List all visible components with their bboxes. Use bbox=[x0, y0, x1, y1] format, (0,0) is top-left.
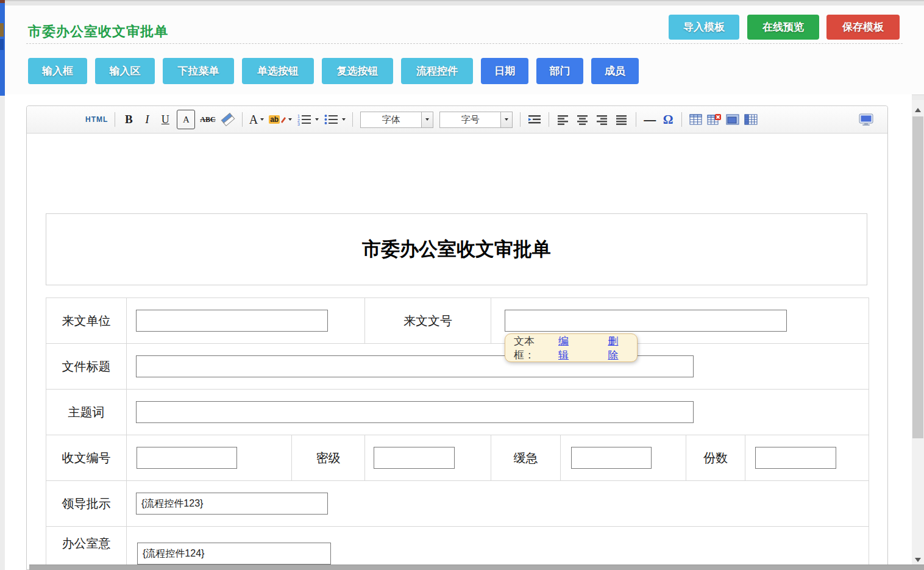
online-preview-button[interactable]: 在线预览 bbox=[747, 15, 819, 40]
table-row: 来文单位 来文文号 bbox=[46, 298, 869, 344]
receipt-number-input[interactable] bbox=[137, 447, 237, 469]
fullscreen-button[interactable] bbox=[858, 110, 874, 129]
special-char-button[interactable]: Ω bbox=[661, 110, 675, 129]
scroll-up-button[interactable] bbox=[912, 104, 924, 116]
cell-properties-icon bbox=[726, 114, 739, 125]
field-label: 文件标题 bbox=[46, 344, 127, 390]
subject-word-input[interactable] bbox=[136, 401, 694, 423]
scroll-down-button[interactable] bbox=[912, 554, 924, 566]
vertical-scrollbar[interactable] bbox=[912, 100, 924, 570]
align-center-button[interactable] bbox=[575, 110, 590, 129]
chevron-down-icon bbox=[342, 118, 346, 121]
ordered-list-icon: 123 bbox=[297, 113, 313, 126]
scroll-thumb[interactable] bbox=[912, 116, 923, 438]
incoming-unit-input[interactable] bbox=[136, 310, 328, 332]
widget-button-input-box[interactable]: 输入框 bbox=[28, 58, 87, 84]
insert-table-icon bbox=[689, 114, 702, 125]
toolbar-separator bbox=[352, 112, 353, 127]
widget-button-date[interactable]: 日期 bbox=[481, 58, 528, 84]
align-justify-icon bbox=[614, 114, 629, 125]
toolbar-separator bbox=[681, 112, 682, 127]
fullscreen-icon bbox=[858, 113, 874, 126]
font-family-select[interactable]: 字体 bbox=[360, 112, 433, 128]
font-frame-button[interactable]: A bbox=[177, 110, 195, 129]
widget-button-flow-control[interactable]: 流程控件 bbox=[401, 58, 473, 84]
horizontal-rule-button[interactable]: — bbox=[643, 110, 656, 129]
align-left-icon bbox=[556, 114, 570, 125]
secrecy-level-input[interactable] bbox=[374, 447, 455, 469]
strikethrough-button[interactable]: ABC bbox=[200, 110, 215, 129]
chevron-down-icon bbox=[315, 118, 319, 121]
office-opinion-input[interactable] bbox=[137, 543, 331, 565]
font-size-select[interactable]: 字号 bbox=[439, 112, 513, 128]
page-title: 市委办公室收文审批单 bbox=[28, 23, 168, 41]
align-justify-button[interactable] bbox=[614, 110, 629, 129]
table-row: 领导批示 bbox=[46, 481, 869, 527]
control-tooltip: 文本框： 编辑 删除 bbox=[505, 333, 638, 362]
leader-comment-input[interactable] bbox=[136, 493, 328, 515]
toolbar-separator bbox=[115, 112, 115, 127]
incoming-doc-number-input[interactable] bbox=[505, 310, 787, 332]
text-color-button[interactable]: A bbox=[249, 110, 264, 129]
field-label: 密级 bbox=[292, 435, 365, 481]
widget-button-dropdown-menu[interactable]: 下拉菜单 bbox=[163, 58, 234, 84]
align-right-icon bbox=[595, 114, 609, 125]
scroll-up-icon bbox=[915, 108, 921, 112]
insert-table-button[interactable] bbox=[689, 110, 702, 129]
header-panel: 市委办公室收文审批单 导入模板 在线预览 保存模板 输入框 输入区 下拉菜单 单… bbox=[5, 5, 924, 95]
urgency-input[interactable] bbox=[571, 447, 652, 469]
widget-button-checkbox[interactable]: 复选按钮 bbox=[322, 58, 393, 84]
font-size-dropdown-button[interactable] bbox=[500, 112, 512, 127]
bold-button[interactable]: B bbox=[122, 110, 135, 129]
scroll-down-icon bbox=[915, 558, 921, 562]
copies-input[interactable] bbox=[755, 447, 836, 469]
toolbar-separator bbox=[549, 112, 549, 127]
indent-button[interactable] bbox=[527, 110, 542, 129]
table-properties-button[interactable] bbox=[744, 110, 758, 129]
chevron-down-icon bbox=[260, 118, 264, 121]
eraser-icon bbox=[221, 113, 235, 126]
widget-button-member[interactable]: 成员 bbox=[591, 58, 639, 84]
rich-text-editor: HTML B I U A ABC A ab 123 字体 bbox=[26, 105, 888, 570]
html-source-button[interactable]: HTML bbox=[85, 110, 108, 129]
widget-button-radio[interactable]: 单选按钮 bbox=[242, 58, 314, 84]
chevron-down-icon bbox=[425, 118, 429, 121]
field-label: 来文单位 bbox=[46, 298, 127, 344]
document-title-box: 市委办公室收文审批单 bbox=[46, 213, 867, 285]
edit-link[interactable]: 编辑 bbox=[558, 334, 579, 362]
table-row: 主题词 bbox=[46, 390, 869, 435]
eraser-button[interactable] bbox=[221, 110, 235, 129]
toolbar-separator bbox=[636, 112, 636, 127]
editor-toolbar: HTML B I U A ABC A ab 123 字体 bbox=[27, 106, 887, 134]
delete-link[interactable]: 删除 bbox=[608, 334, 629, 362]
toolbar-separator bbox=[520, 112, 521, 127]
italic-button[interactable]: I bbox=[140, 110, 154, 129]
widget-button-department[interactable]: 部门 bbox=[536, 58, 583, 84]
svg-text:3: 3 bbox=[297, 122, 300, 126]
field-label: 份数 bbox=[686, 435, 745, 481]
bottom-scrollbar[interactable] bbox=[29, 565, 924, 570]
save-template-button[interactable]: 保存模板 bbox=[826, 15, 900, 40]
underline-button[interactable]: U bbox=[158, 110, 172, 129]
field-label: 缓急 bbox=[491, 435, 561, 481]
field-label: 收文编号 bbox=[46, 435, 127, 481]
align-left-button[interactable] bbox=[556, 110, 570, 129]
field-label: 领导批示 bbox=[46, 481, 127, 527]
highlight-button[interactable]: ab bbox=[269, 110, 292, 129]
unordered-list-icon bbox=[324, 113, 339, 126]
field-label: 主题词 bbox=[46, 390, 127, 435]
unordered-list-button[interactable] bbox=[324, 110, 346, 129]
chevron-down-icon bbox=[288, 118, 292, 121]
table-row: 文件标题 bbox=[46, 344, 869, 390]
field-label: 办公室意 bbox=[46, 527, 127, 570]
delete-table-button[interactable] bbox=[707, 110, 721, 129]
import-template-button[interactable]: 导入模板 bbox=[669, 15, 739, 40]
align-center-icon bbox=[575, 114, 590, 125]
cell-properties-button[interactable] bbox=[726, 110, 739, 129]
ordered-list-button[interactable]: 123 bbox=[297, 110, 319, 129]
font-family-dropdown-button[interactable] bbox=[421, 112, 433, 127]
widget-button-input-area[interactable]: 输入区 bbox=[95, 58, 155, 84]
chevron-down-icon bbox=[505, 118, 508, 121]
delete-table-icon bbox=[707, 114, 721, 125]
align-right-button[interactable] bbox=[595, 110, 609, 129]
